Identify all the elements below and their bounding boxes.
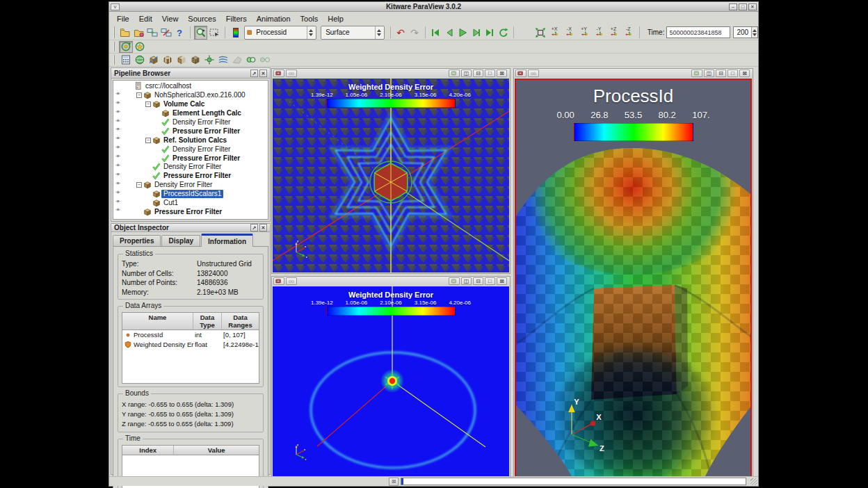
- pipeline-item[interactable]: − NohSpherical3D.exo.216.000: [113, 91, 268, 100]
- split-horizontal-button[interactable]: ◫: [461, 277, 472, 285]
- eye-icon[interactable]: [114, 101, 123, 108]
- resize-grip[interactable]: [750, 478, 757, 485]
- menu-help[interactable]: Help: [323, 14, 348, 24]
- close-view-button[interactable]: ⊠: [497, 70, 507, 77]
- contour-button[interactable]: [133, 54, 147, 66]
- menu-file[interactable]: File: [112, 14, 134, 24]
- previous-frame-button[interactable]: [442, 26, 456, 40]
- render-view-canvas[interactable]: ProcessId 0.0026.853.580.2107.: [515, 79, 752, 478]
- pipeline-item[interactable]: Pressure Error Filter: [113, 154, 268, 163]
- pipeline-item[interactable]: Pressure Error Filter: [113, 127, 268, 136]
- save-state-button[interactable]: [132, 26, 145, 40]
- eye-icon[interactable]: [114, 92, 123, 99]
- connect-server-button[interactable]: [146, 26, 159, 40]
- menu-animation[interactable]: Animation: [252, 14, 296, 24]
- zoom-select-button[interactable]: [194, 26, 207, 40]
- toolbar-grip[interactable]: [113, 42, 117, 51]
- toolbar-grip[interactable]: [113, 26, 117, 38]
- menu-edit[interactable]: Edit: [134, 14, 157, 24]
- eye-icon[interactable]: [114, 181, 123, 189]
- collapse-expander[interactable]: −: [136, 92, 142, 98]
- lookmark-button[interactable]: [691, 70, 702, 77]
- pipeline-item[interactable]: − Density Error Filter: [113, 181, 268, 190]
- eye-icon[interactable]: [114, 110, 123, 117]
- maximize-view-button[interactable]: □: [485, 70, 495, 77]
- camera-button[interactable]: [273, 277, 284, 285]
- time-input[interactable]: [666, 26, 730, 38]
- extract-subset-button[interactable]: [188, 54, 202, 66]
- camera-button[interactable]: [273, 70, 284, 77]
- group-datasets-button[interactable]: [244, 54, 258, 66]
- camera-minusZ-button[interactable]: -Z: [621, 26, 636, 40]
- toolbar-grip[interactable]: [113, 55, 117, 65]
- tab-information[interactable]: Information: [201, 234, 253, 247]
- glyph-button[interactable]: [202, 54, 216, 66]
- eye-icon[interactable]: [114, 145, 123, 153]
- disconnect-server-button[interactable]: [159, 26, 172, 40]
- threshold-button[interactable]: [175, 54, 188, 66]
- pipeline-item[interactable]: − Ref. Solution Calcs: [113, 136, 268, 145]
- pipeline-item[interactable]: Pressure Error Filter: [113, 172, 268, 181]
- camera-button[interactable]: [515, 70, 527, 77]
- split-vertical-button[interactable]: ⊟: [473, 277, 483, 285]
- binoculars-button[interactable]: [286, 70, 297, 77]
- close-view-button[interactable]: ⊠: [739, 70, 750, 77]
- eye-icon[interactable]: [114, 163, 123, 171]
- column-header[interactable]: Name: [122, 313, 193, 330]
- maximize-view-button[interactable]: □: [485, 277, 495, 285]
- undo-button[interactable]: ↶: [394, 26, 408, 40]
- tab-display[interactable]: Display: [161, 235, 200, 246]
- warp-button[interactable]: [230, 54, 244, 66]
- close-panel-button[interactable]: ✕: [259, 224, 267, 231]
- lookmark-button[interactable]: [449, 277, 460, 285]
- eye-icon[interactable]: [114, 200, 123, 207]
- pipeline-item[interactable]: Density Error Filter: [113, 118, 268, 127]
- eye-icon[interactable]: [114, 119, 123, 127]
- eye-icon[interactable]: [114, 172, 123, 180]
- play-button[interactable]: [456, 26, 469, 40]
- close-view-button[interactable]: ⊠: [497, 277, 507, 285]
- eye-icon[interactable]: [114, 154, 123, 162]
- ungroup-button[interactable]: [258, 54, 272, 66]
- close-button[interactable]: ✕: [748, 3, 757, 10]
- redo-button[interactable]: ↷: [408, 26, 421, 40]
- close-panel-button[interactable]: ✕: [259, 70, 267, 77]
- split-vertical-button[interactable]: ⊟: [473, 70, 483, 77]
- calculator-button[interactable]: [119, 54, 133, 66]
- pipeline-item[interactable]: Density Error Filter: [113, 163, 268, 172]
- tab-properties[interactable]: Properties: [113, 235, 161, 246]
- color-by-combo[interactable]: Processid: [244, 26, 316, 40]
- abort-button[interactable]: ⊠: [389, 478, 399, 486]
- pipeline-item[interactable]: Cut1: [113, 199, 268, 208]
- camera-minusX-button[interactable]: -X: [562, 26, 577, 40]
- slice-button[interactable]: [161, 54, 175, 66]
- column-header[interactable]: Value: [174, 446, 259, 455]
- undock-panel-button[interactable]: ↗: [250, 224, 258, 231]
- show-center-axes-button[interactable]: [119, 41, 133, 53]
- undock-panel-button[interactable]: ↗: [250, 70, 258, 77]
- representation-combo[interactable]: Surface: [321, 26, 385, 40]
- collapse-expander[interactable]: −: [145, 138, 151, 143]
- binoculars-button[interactable]: [286, 277, 297, 285]
- camera-plusY-button[interactable]: +Y: [577, 26, 591, 40]
- menu-sources[interactable]: Sources: [183, 14, 220, 24]
- color-scale-button[interactable]: [229, 26, 242, 40]
- pipeline-item[interactable]: − Volume Calc: [113, 100, 268, 109]
- pipeline-item[interactable]: csrc://localhost: [113, 82, 268, 91]
- camera-minusY-button[interactable]: -Y: [591, 26, 606, 40]
- loop-button[interactable]: [497, 26, 510, 40]
- menu-tools[interactable]: Tools: [296, 14, 323, 24]
- reset-camera-button[interactable]: [533, 26, 547, 40]
- maximize-view-button[interactable]: □: [728, 70, 738, 77]
- last-frame-button[interactable]: [483, 26, 496, 40]
- split-horizontal-button[interactable]: ◫: [461, 70, 472, 77]
- clip-button[interactable]: [147, 54, 161, 66]
- eye-icon[interactable]: [114, 208, 123, 215]
- column-header[interactable]: Index: [122, 446, 174, 455]
- lookmark-button[interactable]: [449, 70, 460, 77]
- column-header[interactable]: Data Ranges: [222, 313, 259, 330]
- first-frame-button[interactable]: [429, 26, 442, 40]
- next-frame-button[interactable]: [469, 26, 483, 40]
- collapse-expander[interactable]: −: [145, 101, 151, 107]
- help-button[interactable]: ?: [173, 26, 186, 40]
